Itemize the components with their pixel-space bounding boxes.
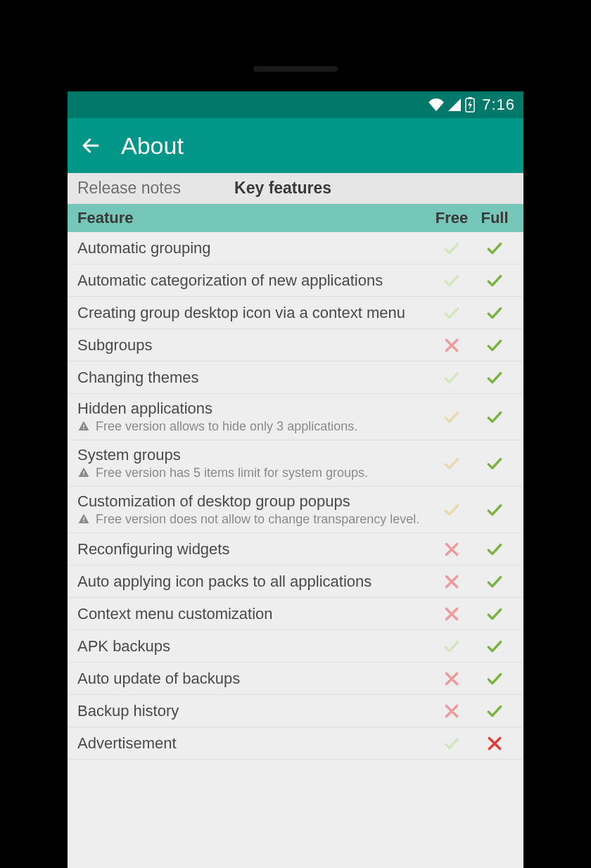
table-row: Context menu customization	[68, 598, 523, 630]
feature-label: APK backups	[77, 637, 429, 656]
free-indicator	[429, 734, 474, 753]
feature-note: Free version has 5 items limit for syste…	[77, 466, 429, 480]
svg-rect-3	[83, 428, 84, 430]
table-row: Subgroups	[68, 329, 523, 362]
warning-icon	[77, 466, 90, 479]
device-frame: 7:16 About Release notes Key features Fe…	[0, 0, 591, 868]
full-indicator	[474, 239, 515, 257]
svg-rect-6	[83, 518, 84, 521]
feature-note-text: Free version does not allow to change tr…	[96, 512, 419, 527]
toolbar: About	[68, 118, 523, 173]
table-row: System groupsFree version has 5 items li…	[68, 440, 523, 487]
feature-label: Advertisement	[77, 734, 429, 753]
free-indicator	[429, 272, 474, 290]
feature-label: System groups	[77, 446, 429, 464]
table-row: Automatic categorization of new applicat…	[68, 264, 523, 297]
full-indicator	[474, 369, 515, 387]
full-indicator	[474, 454, 515, 473]
free-indicator	[429, 637, 474, 656]
warning-icon	[77, 420, 90, 433]
table-row: Auto applying icon packs to all applicat…	[68, 566, 523, 598]
full-indicator	[474, 272, 515, 290]
header-feature: Feature	[77, 209, 429, 227]
device-bezel: 7:16 About Release notes Key features Fe…	[42, 21, 549, 868]
feature-note-text: Free version allows to hide only 3 appli…	[96, 419, 357, 434]
free-indicator	[429, 540, 474, 559]
status-bar: 7:16	[68, 91, 523, 118]
free-indicator	[429, 702, 474, 720]
table-row: Advertisement	[68, 727, 523, 760]
svg-rect-1	[469, 97, 472, 99]
full-indicator	[474, 573, 515, 591]
status-time: 7:16	[482, 96, 515, 114]
free-indicator	[429, 239, 474, 257]
feature-note: Free version allows to hide only 3 appli…	[77, 419, 429, 434]
full-indicator	[474, 734, 515, 753]
screen: 7:16 About Release notes Key features Fe…	[68, 91, 523, 868]
feature-label: Creating group desktop icon via a contex…	[77, 304, 429, 322]
feature-label: Auto applying icon packs to all applicat…	[77, 573, 429, 591]
battery-charging-icon	[465, 97, 475, 113]
table-row: Backup history	[68, 695, 523, 727]
full-indicator	[474, 637, 515, 656]
full-indicator	[474, 304, 515, 322]
full-indicator	[474, 408, 515, 426]
full-indicator	[474, 501, 515, 519]
arrow-back-icon	[80, 135, 101, 156]
full-indicator	[474, 540, 515, 559]
free-indicator	[429, 336, 474, 355]
tabs: Release notes Key features	[68, 173, 523, 204]
feature-label: Context menu customization	[77, 605, 429, 623]
full-indicator	[474, 336, 515, 355]
device-speaker	[253, 66, 338, 72]
tab-key-features[interactable]: Key features	[224, 173, 341, 203]
full-indicator	[474, 702, 515, 720]
feature-label: Subgroups	[77, 336, 429, 355]
svg-rect-4	[83, 471, 84, 474]
cell-signal-icon	[448, 98, 461, 111]
full-indicator	[474, 670, 515, 688]
feature-label: Reconfiguring widgets	[77, 540, 429, 559]
table-header: Feature Free Full	[68, 204, 523, 232]
wifi-icon	[428, 98, 444, 111]
free-indicator	[429, 408, 474, 426]
feature-label: Automatic grouping	[77, 239, 429, 257]
svg-rect-2	[83, 425, 84, 428]
free-indicator	[429, 304, 474, 322]
free-indicator	[429, 454, 474, 473]
free-indicator	[429, 369, 474, 387]
table-row: Hidden applicationsFree version allows t…	[68, 394, 523, 440]
table-row: Creating group desktop icon via a contex…	[68, 297, 523, 329]
table-row: Customization of desktop group popupsFre…	[68, 487, 523, 533]
table-row: Reconfiguring widgets	[68, 533, 523, 566]
tab-release-notes[interactable]: Release notes	[68, 173, 191, 203]
table-row: Automatic grouping	[68, 232, 523, 264]
svg-rect-7	[83, 521, 84, 523]
svg-rect-5	[83, 475, 84, 476]
free-indicator	[429, 605, 474, 623]
feature-note: Free version does not allow to change tr…	[77, 512, 429, 527]
free-indicator	[429, 670, 474, 688]
header-full: Full	[474, 209, 515, 227]
full-indicator	[474, 605, 515, 623]
warning-icon	[77, 513, 90, 525]
feature-label: Backup history	[77, 702, 429, 720]
feature-label: Customization of desktop group popups	[77, 492, 429, 511]
feature-label: Automatic categorization of new applicat…	[77, 272, 429, 290]
free-indicator	[429, 573, 474, 591]
back-button[interactable]	[79, 134, 103, 158]
table-row: Auto update of backups	[68, 663, 523, 695]
feature-note-text: Free version has 5 items limit for syste…	[96, 466, 368, 480]
feature-rows: Automatic groupingAutomatic categorizati…	[68, 232, 523, 868]
feature-label: Changing themes	[77, 369, 429, 387]
header-free: Free	[429, 209, 474, 227]
table-row: APK backups	[68, 630, 523, 663]
free-indicator	[429, 501, 474, 519]
feature-label: Auto update of backups	[77, 670, 429, 688]
feature-label: Hidden applications	[77, 400, 429, 418]
page-title: About	[121, 132, 184, 160]
table-row: Changing themes	[68, 362, 523, 394]
